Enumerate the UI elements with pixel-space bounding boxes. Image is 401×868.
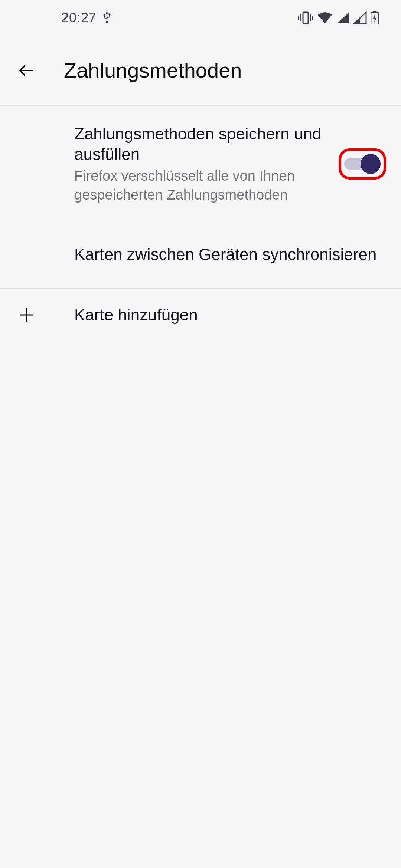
svg-rect-1 — [300, 14, 301, 21]
arrow-left-icon — [17, 60, 37, 80]
wifi-icon — [317, 11, 333, 24]
svg-rect-0 — [303, 12, 308, 23]
status-time: 20:27 — [61, 10, 97, 26]
sync-cards-text: Karten zwischen Geräten synchronisieren — [74, 244, 386, 264]
back-button[interactable] — [15, 59, 39, 82]
settings-list: Zahlungsmethoden speichern und ausfüllen… — [0, 106, 401, 341]
statusbar-left: 20:27 — [61, 10, 112, 26]
sync-cards-row[interactable]: Karten zwischen Geräten synchronisieren — [0, 223, 401, 285]
save-fill-toggle[interactable] — [344, 154, 381, 174]
save-fill-text: Zahlungsmethoden speichern und ausfüllen… — [74, 124, 327, 205]
add-card-label: Karte hinzufügen — [74, 306, 198, 324]
battery-charging-icon — [371, 11, 379, 24]
usb-icon — [102, 11, 112, 25]
signal-partial-icon — [353, 11, 367, 24]
save-fill-row[interactable]: Zahlungsmethoden speichern und ausfüllen… — [0, 106, 401, 223]
signal-full-icon — [336, 11, 350, 24]
toggle-knob — [361, 154, 381, 174]
svg-rect-4 — [312, 16, 313, 20]
add-card-row[interactable]: Karte hinzufügen — [0, 289, 401, 341]
svg-rect-2 — [298, 16, 299, 20]
status-bar: 20:27 — [0, 0, 401, 35]
vibrate-icon — [298, 11, 313, 24]
page-title: Zahlungsmethoden — [64, 58, 242, 82]
plus-icon — [15, 303, 39, 327]
save-fill-subtitle: Firefox verschlüsselt alle von Ihnen ges… — [74, 167, 327, 205]
toggle-highlight — [339, 148, 386, 180]
save-fill-title: Zahlungsmethoden speichern und ausfüllen — [74, 124, 327, 164]
sync-cards-title: Karten zwischen Geräten synchronisieren — [74, 244, 386, 264]
svg-rect-3 — [310, 14, 311, 21]
app-bar: Zahlungsmethoden — [0, 35, 401, 106]
statusbar-right — [298, 11, 379, 24]
